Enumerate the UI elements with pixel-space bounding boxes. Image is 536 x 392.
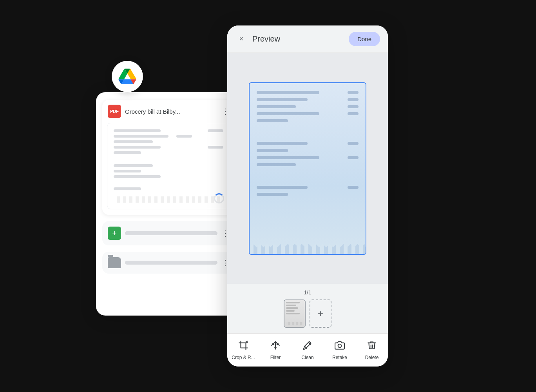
preview-header: × Preview Done	[227, 25, 388, 53]
crop-tool-label: Crop & R...	[232, 355, 255, 360]
thumbnail-bar: 1/1 +	[227, 284, 388, 333]
done-button[interactable]: Done	[349, 32, 380, 46]
preview-title: Preview	[252, 34, 344, 44]
add-page-button[interactable]: +	[310, 299, 331, 328]
pdf-preview-thumbnail	[107, 123, 230, 209]
pdf-list-item[interactable]: PDF Grocery bill at Bilby... ⋮	[102, 100, 235, 215]
clean-tool-item[interactable]: Clean	[294, 338, 321, 360]
retake-tool-label: Retake	[332, 355, 347, 360]
drive-logo	[112, 61, 143, 92]
thumbnail-item[interactable]	[284, 299, 306, 328]
svg-point-5	[338, 344, 342, 348]
scan-document	[249, 82, 366, 255]
clean-tool-label: Clean	[301, 355, 313, 360]
new-list-item[interactable]: + ⋮	[102, 221, 235, 245]
bottom-toolbar: Crop & R... Filter	[227, 333, 388, 367]
pdf-item-title: Grocery bill at Bilby...	[125, 108, 217, 115]
clean-icon	[301, 338, 315, 352]
thumbnails: +	[284, 299, 331, 328]
delete-tool-label: Delete	[365, 355, 379, 360]
pdf-icon: PDF	[108, 105, 121, 118]
crop-icon	[236, 338, 250, 352]
retake-tool-item[interactable]: Retake	[326, 338, 353, 360]
preview-content	[227, 53, 388, 284]
scene: PDF Grocery bill at Bilby... ⋮	[0, 0, 536, 392]
delete-tool-item[interactable]: Delete	[358, 338, 386, 360]
svg-point-2	[277, 343, 278, 345]
page-count: 1/1	[304, 289, 311, 296]
folder-list-item[interactable]: ⋮	[102, 252, 235, 274]
folder-item-bar	[125, 261, 217, 265]
svg-point-1	[273, 343, 274, 345]
scan-bottom-waves	[250, 243, 366, 254]
folder-icon	[108, 257, 121, 268]
loading-spinner	[214, 193, 224, 203]
preview-card: × Preview Done	[227, 25, 388, 367]
filter-icon	[268, 338, 282, 352]
filter-tool-item[interactable]: Filter	[262, 338, 289, 360]
delete-icon	[365, 338, 379, 352]
crop-tool-item[interactable]: Crop & R...	[230, 338, 257, 360]
retake-icon	[333, 338, 347, 352]
new-item-bar	[125, 231, 217, 235]
svg-point-3	[275, 347, 276, 348]
close-button[interactable]: ×	[235, 33, 248, 45]
drive-list-card: PDF Grocery bill at Bilby... ⋮	[96, 92, 241, 316]
filter-tool-label: Filter	[270, 355, 281, 360]
new-item-icon: +	[108, 227, 121, 240]
